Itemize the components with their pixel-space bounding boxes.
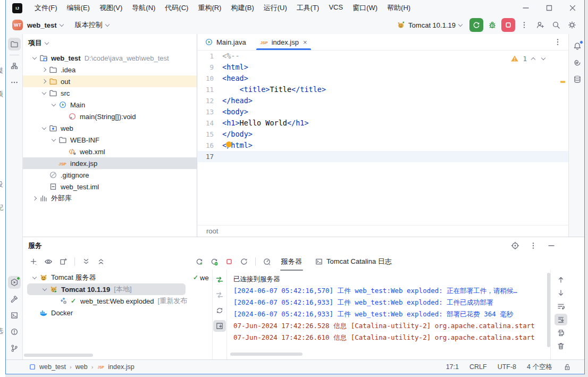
chevron-down-icon[interactable]	[49, 138, 58, 143]
tree-horizontal-scrollbar[interactable]	[24, 354, 93, 357]
tree-row-.idea[interactable]: .idea	[23, 64, 197, 76]
tree-row-docker[interactable]: Docker	[23, 307, 193, 319]
tree-row-[interactable]: 外部库	[23, 192, 197, 204]
rerun-server-button[interactable]	[193, 256, 206, 267]
open-in-new-tab-button[interactable]	[57, 256, 70, 267]
project-panel-header[interactable]: 项目	[23, 34, 197, 52]
sync-disabled-button[interactable]	[213, 289, 226, 301]
menu-导航N[interactable]: 导航(N)	[127, 1, 160, 15]
tree-row-web_test.iml[interactable]: web_test.iml	[23, 181, 197, 192]
ai-assistant-button[interactable]	[571, 56, 584, 69]
scroll-up-button[interactable]	[555, 274, 567, 286]
menu-运行U[interactable]: 运行(U)	[259, 1, 292, 15]
menu-窗口W[interactable]: 窗口(W)	[348, 1, 382, 15]
editor-breadcrumb[interactable]: root	[198, 225, 568, 237]
stop-server-button[interactable]	[223, 256, 236, 267]
tree-row-web[interactable]: web	[23, 122, 197, 134]
tree-row-web.xml[interactable]: web.xml	[23, 146, 197, 157]
scroll-to-end-button[interactable]	[555, 314, 567, 325]
tree-row-.gitignore[interactable]: .gitignore	[23, 169, 197, 181]
services-toolwindow-button[interactable]	[8, 276, 21, 289]
code-line-17[interactable]: 17	[198, 151, 568, 162]
stop-button[interactable]	[501, 18, 515, 32]
status-widget-CRLF[interactable]: CRLF	[469, 363, 487, 371]
deployment-settings-button[interactable]	[261, 256, 273, 267]
more-actions-button[interactable]	[517, 18, 531, 32]
deploy-button[interactable]	[213, 274, 226, 286]
menu-工具T[interactable]: 工具(T)	[292, 1, 324, 15]
intellij-logo-icon[interactable]: IJ	[12, 3, 22, 13]
run-config-selector[interactable]: Tomcat 10.1.19	[408, 21, 456, 29]
editor-tab-index.jsp[interactable]: JSPindex.jsp×	[253, 34, 314, 50]
restart-server-button[interactable]	[238, 256, 250, 267]
search-everywhere-button[interactable]	[549, 18, 563, 32]
chevron-down-icon[interactable]	[40, 287, 49, 292]
code-line-10[interactable]: 10<head>	[198, 73, 568, 84]
problems-toolwindow-button[interactable]	[8, 325, 21, 338]
breadcrumb-item-web_test[interactable]: web_test	[28, 363, 66, 371]
code-line-12[interactable]: 12</head>	[198, 95, 568, 106]
services-more-button[interactable]	[527, 240, 540, 252]
vcs-widget[interactable]: 版本控制	[75, 20, 103, 30]
services-tab-server[interactable]: 服务器	[277, 255, 306, 269]
tree-row-web_testwebexploded[interactable]: ✓web_test:Web exploded[重新发布	[23, 295, 193, 307]
project-toolwindow-button[interactable]	[8, 38, 21, 51]
menu-帮助H[interactable]: 帮助(H)	[382, 1, 415, 15]
console-horizontal-scrollbar[interactable]	[230, 353, 303, 356]
menu-代码C[interactable]: 代码(C)	[160, 1, 193, 15]
close-tab-icon[interactable]: ×	[303, 38, 307, 46]
terminal-toolwindow-button[interactable]	[8, 309, 21, 322]
menu-VCS[interactable]: VCS	[324, 1, 348, 15]
chevron-right-icon[interactable]	[40, 80, 48, 83]
collapse-all-button[interactable]	[95, 256, 107, 267]
chevron-right-icon[interactable]	[30, 197, 39, 200]
print-console-button[interactable]	[555, 327, 567, 339]
inspection-widget[interactable]: 1	[510, 54, 545, 63]
chevron-down-icon[interactable]	[40, 91, 48, 96]
service-view-options-button[interactable]	[509, 240, 522, 252]
refresh-deploy-button[interactable]	[213, 305, 226, 316]
menu-编辑E[interactable]: 编辑(E)	[62, 1, 95, 15]
code-line-16[interactable]: 16</html>	[198, 140, 568, 151]
notifications-button[interactable]	[571, 40, 584, 53]
code-line-14[interactable]: 14<h1>Hello World</h1>	[198, 118, 568, 129]
expand-all-button[interactable]	[80, 256, 93, 267]
chevron-right-icon[interactable]	[40, 68, 48, 71]
services-header[interactable]: 服务	[23, 237, 585, 254]
tree-row-out[interactable]: out	[23, 76, 197, 87]
chevron-down-icon[interactable]	[49, 103, 58, 107]
close-button[interactable]	[561, 0, 584, 16]
breadcrumb-item-index.jsp[interactable]: JSPindex.jsp	[97, 363, 134, 371]
build-toolwindow-button[interactable]	[8, 292, 21, 305]
tree-row-web_test[interactable]: web_testD:\code\java_web\web_test	[23, 52, 197, 64]
tree-row-tomcat[interactable]: Tomcat 服务器	[23, 272, 193, 283]
add-service-button[interactable]	[27, 256, 40, 267]
project-name-widget[interactable]: web_test	[27, 21, 57, 29]
version-control-toolwindow-button[interactable]	[8, 342, 21, 355]
tree-row-src[interactable]: src	[23, 87, 197, 99]
status-widget-171[interactable]: 17:1	[446, 363, 459, 371]
structure-toolwindow-button[interactable]	[8, 60, 21, 72]
code-editor[interactable]: 1<%--9<html>10<head>11 <title>Title</tit…	[198, 51, 568, 225]
next-problem-icon[interactable]	[541, 56, 545, 60]
soft-wrap-button[interactable]	[555, 300, 567, 312]
run-button[interactable]	[469, 18, 483, 32]
chevron-down-icon[interactable]	[40, 126, 48, 131]
run-console[interactable]: 已连接到服务器[2024-06-07 05:42:16,570] 工件 web_…	[229, 270, 547, 360]
breadcrumb-root[interactable]: root	[206, 227, 218, 235]
editor-tab-main.java[interactable]: Main.java	[198, 34, 253, 50]
scrollbar-warning-stripe[interactable]	[560, 81, 565, 83]
menu-文件F[interactable]: 文件(F)	[30, 1, 62, 15]
chevron-down-icon[interactable]	[30, 275, 39, 280]
debug-button[interactable]	[485, 18, 499, 32]
tree-row-web-inf[interactable]: WEB-INF	[23, 134, 197, 146]
hide-services-button[interactable]	[545, 240, 558, 252]
status-widget-4[interactable]: 4 个空格	[527, 363, 552, 372]
scroll-down-button[interactable]	[555, 287, 567, 299]
status-widget-UTF8[interactable]: UTF-8	[498, 363, 516, 371]
settings-button[interactable]	[565, 18, 579, 32]
prev-problem-icon[interactable]	[531, 57, 535, 62]
code-line-9[interactable]: 9<html>	[198, 62, 568, 73]
minimize-button[interactable]	[514, 0, 537, 16]
code-line-15[interactable]: 15</body>	[198, 129, 568, 140]
